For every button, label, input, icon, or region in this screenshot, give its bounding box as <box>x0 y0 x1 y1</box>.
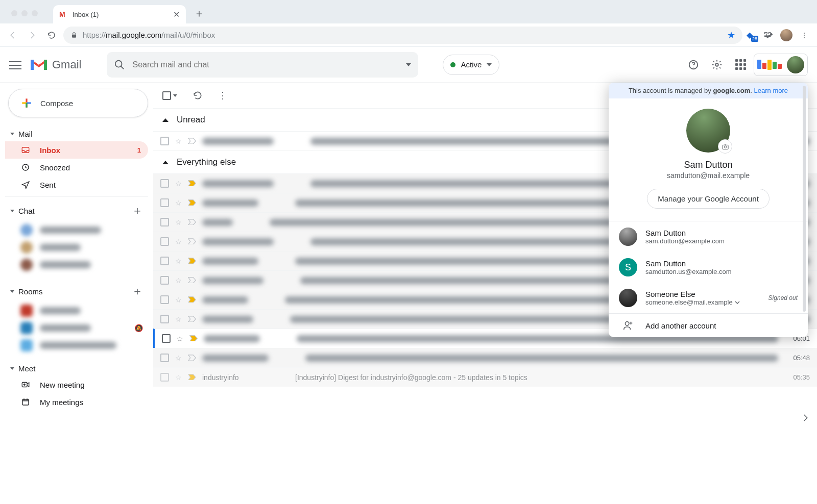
new-tab-button[interactable]: ＋ <box>186 7 212 23</box>
status-dot-icon <box>450 62 455 67</box>
importance-icon[interactable] <box>188 296 196 304</box>
account-option[interactable]: S Sam Duttonsamdutton.us@example.com <box>609 252 808 283</box>
plus-icon <box>20 96 33 110</box>
add-chat-button[interactable]: ＋ <box>132 203 143 218</box>
sidebar-item-sent[interactable]: Sent <box>5 176 148 193</box>
tab-title: Inbox (1) <box>73 11 168 18</box>
learn-more-link[interactable]: Learn more <box>754 87 788 94</box>
importance-icon[interactable] <box>188 355 196 362</box>
importance-icon[interactable] <box>188 258 196 265</box>
star-icon[interactable]: ☆ <box>175 180 182 188</box>
star-icon[interactable]: ☆ <box>175 257 182 265</box>
star-icon[interactable]: ☆ <box>175 218 182 226</box>
star-icon[interactable]: ☆ <box>177 335 183 343</box>
room-item[interactable]: 🔕 <box>5 319 148 337</box>
search-input[interactable] <box>132 60 399 69</box>
star-icon[interactable]: ☆ <box>175 199 182 207</box>
mail-row[interactable]: ☆05:48 <box>153 348 817 367</box>
mute-icon: 🔕 <box>134 324 143 332</box>
mail-time: 05:35 <box>784 373 810 381</box>
chrome-menu-button[interactable]: ⋮ <box>797 28 812 43</box>
star-icon[interactable]: ☆ <box>175 238 182 246</box>
sidebar-item-my-meetings[interactable]: My meetings <box>5 393 148 411</box>
url-text: https://mail.google.com/mail/u/0/#inbox <box>83 31 215 39</box>
scrollbar[interactable] <box>803 86 806 312</box>
browser-tab[interactable]: M Inbox (1) ✕ <box>53 5 186 23</box>
svg-point-17 <box>724 145 726 147</box>
mail-row[interactable]: ☆industryinfo[Industryinfo] Digest for i… <box>153 367 817 387</box>
address-bar[interactable]: https://mail.google.com/mail/u/0/#inbox … <box>63 27 742 44</box>
hamburger-menu-button[interactable] <box>9 59 21 71</box>
select-all-checkbox[interactable] <box>162 91 177 100</box>
more-button[interactable]: ⋮ <box>218 90 227 101</box>
popup-name: Sam Dutton <box>684 160 732 170</box>
chat-contact[interactable] <box>5 221 148 239</box>
google-apps-button[interactable] <box>730 55 751 75</box>
section-chat[interactable]: Chat＋ <box>5 200 148 221</box>
room-item[interactable] <box>5 302 148 319</box>
chrome-profile-avatar[interactable] <box>780 29 792 41</box>
gmail-logo[interactable]: Gmail <box>30 58 81 72</box>
importance-icon[interactable] <box>188 219 196 226</box>
section-mail[interactable]: Mail <box>5 127 148 141</box>
popup-avatar[interactable] <box>686 109 730 153</box>
status-label: Active <box>461 60 482 69</box>
star-icon[interactable]: ☆ <box>175 373 182 382</box>
chevron-down-icon <box>487 63 492 66</box>
video-plus-icon <box>20 380 31 390</box>
profile-avatar[interactable] <box>787 56 804 73</box>
add-room-button[interactable]: ＋ <box>132 284 143 299</box>
forward-button[interactable] <box>25 28 40 43</box>
side-panel-toggle[interactable] <box>801 413 810 422</box>
settings-button[interactable] <box>707 55 727 75</box>
manage-account-button[interactable]: Manage your Google Account <box>647 189 770 209</box>
star-icon[interactable]: ☆ <box>175 296 182 304</box>
window-controls[interactable] <box>6 10 43 23</box>
bookmark-star-icon[interactable]: ★ <box>727 30 735 41</box>
chat-contact[interactable] <box>5 256 148 273</box>
refresh-button[interactable] <box>193 90 203 100</box>
importance-icon[interactable] <box>188 238 196 245</box>
status-chip[interactable]: Active <box>443 55 499 75</box>
sidebar-item-new-meeting[interactable]: New meeting <box>5 376 148 393</box>
close-tab-button[interactable]: ✕ <box>173 10 180 19</box>
search-options-icon[interactable] <box>406 63 411 66</box>
sidebar: Compose Mail Inbox 1 Snoozed Sent Chat＋ … <box>0 83 153 504</box>
sidebar-item-inbox[interactable]: Inbox 1 <box>5 141 148 159</box>
extensions-button[interactable]: 🧩︎ <box>761 28 776 43</box>
importance-icon[interactable] <box>188 180 196 187</box>
account-option[interactable]: Someone Elsesomeone.else@mail.example Si… <box>609 283 808 313</box>
star-icon[interactable]: ☆ <box>175 276 182 285</box>
extension-icon[interactable]: ◆28 <box>747 30 757 40</box>
add-account-button[interactable]: Add another account <box>609 314 808 337</box>
send-icon <box>20 180 31 190</box>
main: Compose Mail Inbox 1 Snoozed Sent Chat＋ … <box>0 83 817 504</box>
section-meet[interactable]: Meet <box>5 361 148 376</box>
importance-icon[interactable] <box>188 138 196 145</box>
star-icon[interactable]: ☆ <box>175 354 182 362</box>
account-option[interactable]: Sam Duttonsam.dutton@example.com <box>609 221 808 252</box>
reload-button[interactable] <box>44 28 59 43</box>
tab-bar: M Inbox (1) ✕ ＋ <box>0 0 817 23</box>
section-rooms[interactable]: Rooms＋ <box>5 281 148 302</box>
sidebar-item-snoozed[interactable]: Snoozed <box>5 159 148 176</box>
importance-icon[interactable] <box>188 374 196 381</box>
search-bar[interactable] <box>107 52 418 78</box>
star-icon[interactable]: ☆ <box>175 137 182 145</box>
importance-icon[interactable] <box>188 199 196 207</box>
chat-contact[interactable] <box>5 239 148 256</box>
account-switcher[interactable] <box>754 54 808 76</box>
star-icon[interactable]: ☆ <box>175 315 182 323</box>
calendar-icon <box>20 397 31 407</box>
compose-button[interactable]: Compose <box>8 89 148 117</box>
importance-icon[interactable] <box>188 277 196 284</box>
svg-point-3 <box>115 60 122 67</box>
account-status: Signed out <box>768 294 798 301</box>
importance-icon[interactable] <box>188 316 196 323</box>
support-button[interactable] <box>683 55 704 75</box>
back-button[interactable] <box>5 28 20 43</box>
svg-rect-0 <box>72 34 76 37</box>
camera-icon[interactable] <box>718 139 732 154</box>
room-item[interactable] <box>5 337 148 354</box>
importance-icon[interactable] <box>189 335 198 342</box>
